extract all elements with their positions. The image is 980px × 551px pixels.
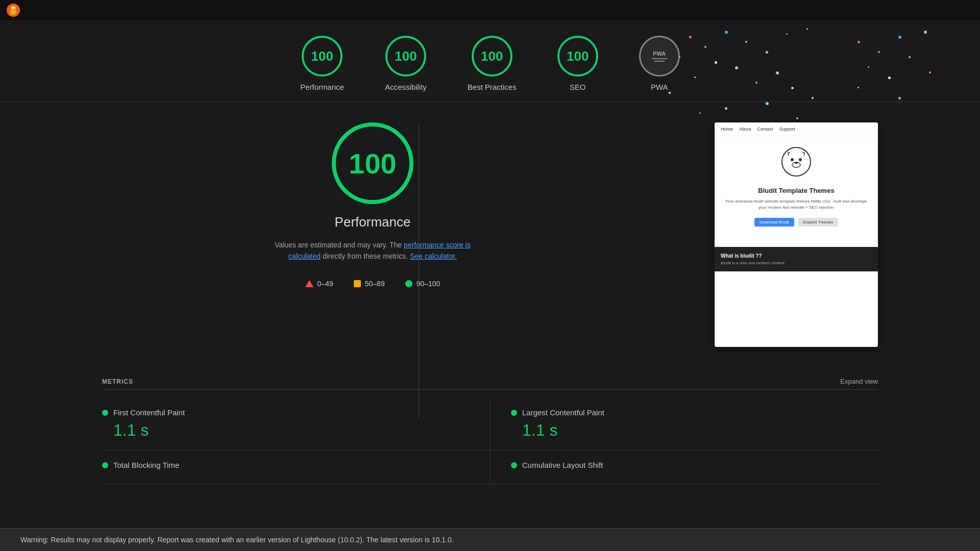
legend-average: 50–89 bbox=[354, 280, 385, 288]
metric-tbt-name: Total Blocking Time bbox=[113, 461, 179, 469]
metric-cls-header: Cumulative Layout Shift bbox=[511, 461, 878, 469]
top-bar bbox=[0, 0, 980, 20]
svg-point-9 bbox=[795, 162, 798, 164]
scores-section: 100 Performance 100 Accessibility 100 Be… bbox=[0, 20, 980, 102]
svg-point-4 bbox=[14, 7, 15, 9]
score-description: Values are estimated and may vary. The p… bbox=[265, 239, 480, 262]
score-circle-performance: 100 bbox=[302, 36, 342, 77]
expand-view-button[interactable]: Expand view bbox=[840, 378, 878, 385]
metric-tbt: Total Blocking Time bbox=[102, 450, 490, 484]
metric-cls-name: Cumulative Layout Shift bbox=[522, 461, 603, 469]
score-label-accessibility: Accessibility bbox=[385, 83, 427, 91]
pwa-label: PWA bbox=[651, 83, 668, 91]
metrics-header: METRICS Expand view bbox=[102, 378, 878, 390]
pwa-item[interactable]: PWA PWA bbox=[639, 36, 680, 91]
warning-bar: Warning: Results may not display properl… bbox=[0, 528, 980, 551]
metric-lcp-dot bbox=[511, 410, 517, 416]
score-circle-seo: 100 bbox=[557, 36, 598, 77]
preview-footer-text: Bludit is a new and modern content bbox=[721, 261, 872, 265]
metric-lcp-header: Largest Contentful Paint bbox=[511, 408, 878, 417]
score-label-performance: Performance bbox=[300, 83, 344, 91]
score-label-seo: SEO bbox=[570, 83, 586, 91]
preview-download-btn[interactable]: Download Bludit bbox=[754, 218, 794, 227]
score-circle-accessibility: 100 bbox=[385, 36, 426, 77]
calculator-link[interactable]: See calculator. bbox=[410, 252, 457, 260]
preview-nav: Home About Contact Support bbox=[715, 122, 878, 136]
main-content: 100 Performance Values are estimated and… bbox=[0, 102, 980, 367]
svg-point-7 bbox=[799, 158, 802, 161]
metric-fcp: First Contentful Paint 1.1 s bbox=[102, 398, 490, 450]
average-icon bbox=[354, 280, 361, 287]
metric-lcp-value: 1.1 s bbox=[511, 421, 878, 440]
metric-lcp: Largest Contentful Paint 1.1 s bbox=[490, 398, 878, 450]
preview-body: Bludit Template Themes Free download blu… bbox=[715, 136, 878, 247]
metric-cls: Cumulative Layout Shift bbox=[490, 450, 878, 484]
dog-icon bbox=[781, 146, 812, 182]
preview-nav-about[interactable]: About bbox=[739, 127, 751, 132]
fail-icon bbox=[305, 280, 313, 287]
warning-text: Warning: Results may not display properl… bbox=[20, 536, 454, 544]
score-circle-best-practices: 100 bbox=[472, 36, 512, 77]
main-score-title: Performance bbox=[335, 214, 411, 230]
preview-footer-title: What is bludit ?? bbox=[721, 253, 872, 259]
preview-site-description: Free download bludit website template th… bbox=[725, 198, 868, 211]
legend: 0–49 50–89 90–100 bbox=[305, 280, 440, 288]
metric-fcp-value: 1.1 s bbox=[102, 421, 470, 440]
metric-tbt-dot bbox=[102, 462, 108, 468]
metric-tbt-header: Total Blocking Time bbox=[102, 461, 470, 469]
preview-site-title: Bludit Template Themes bbox=[758, 187, 834, 194]
left-panel: 100 Performance Values are estimated and… bbox=[102, 122, 643, 347]
preview-nav-support[interactable]: Support bbox=[779, 127, 796, 132]
preview-nav-home[interactable]: Home bbox=[721, 127, 733, 132]
legend-pass: 90–100 bbox=[405, 280, 440, 288]
score-item-performance[interactable]: 100 Performance bbox=[300, 36, 344, 91]
preview-explore-btn[interactable]: Explore Themes bbox=[798, 218, 838, 227]
metric-lcp-name: Largest Contentful Paint bbox=[522, 408, 604, 417]
metrics-title: METRICS bbox=[102, 378, 133, 385]
score-label-best-practices: Best Practices bbox=[468, 83, 517, 91]
metrics-section: METRICS Expand view First Contentful Pai… bbox=[0, 378, 980, 484]
score-item-seo[interactable]: 100 SEO bbox=[557, 36, 598, 91]
metric-fcp-name: First Contentful Paint bbox=[113, 408, 185, 417]
pwa-circle: PWA bbox=[639, 36, 680, 77]
pass-icon bbox=[405, 280, 412, 287]
svg-point-3 bbox=[12, 7, 13, 9]
legend-fail: 0–49 bbox=[305, 280, 333, 288]
pwa-icon-text: PWA bbox=[653, 51, 666, 57]
right-panel: Home About Contact Support bbox=[715, 122, 878, 347]
website-preview: Home About Contact Support bbox=[715, 122, 878, 347]
score-item-best-practices[interactable]: 100 Best Practices bbox=[468, 36, 517, 91]
metric-fcp-header: First Contentful Paint bbox=[102, 408, 470, 417]
metrics-grid: First Contentful Paint 1.1 s Largest Con… bbox=[102, 398, 878, 484]
preview-buttons: Download Bludit Explore Themes bbox=[754, 218, 838, 227]
preview-nav-contact[interactable]: Contact bbox=[757, 127, 773, 132]
divider-line bbox=[419, 122, 419, 418]
app-icon bbox=[6, 3, 20, 17]
main-score-circle: 100 bbox=[332, 122, 413, 204]
preview-footer: What is bludit ?? Bludit is a new and mo… bbox=[715, 247, 878, 271]
metric-fcp-dot bbox=[102, 410, 108, 416]
svg-point-2 bbox=[11, 6, 16, 11]
metric-cls-dot bbox=[511, 462, 517, 468]
score-item-accessibility[interactable]: 100 Accessibility bbox=[385, 36, 427, 91]
svg-point-6 bbox=[791, 158, 794, 161]
